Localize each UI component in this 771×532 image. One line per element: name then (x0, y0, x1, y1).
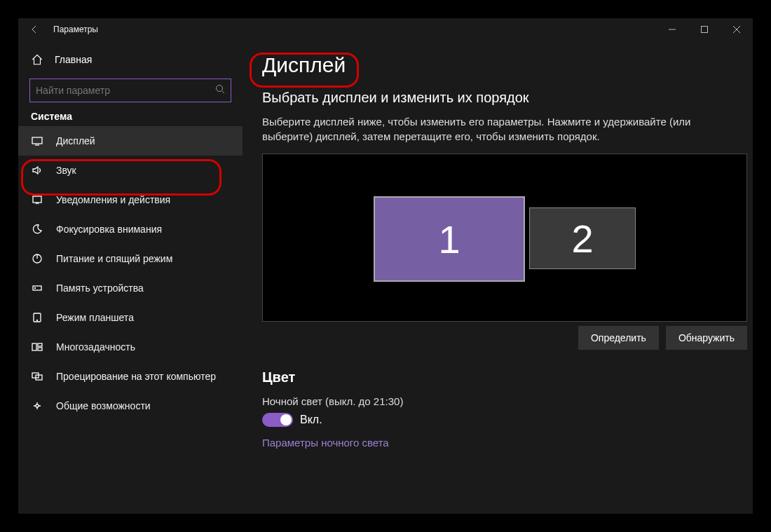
sidebar-item-label: Многозадачность (56, 341, 135, 353)
sidebar-item-label: Звук (56, 165, 76, 176)
svg-rect-11 (38, 348, 42, 350)
svg-rect-10 (38, 343, 42, 346)
close-button[interactable] (721, 18, 753, 41)
moon-icon (31, 223, 43, 236)
sidebar-item-notifications[interactable]: Уведомления и действия (18, 185, 243, 214)
toggle-knob (280, 414, 292, 425)
monitor-1[interactable]: 1 (374, 196, 525, 282)
svg-rect-0 (702, 27, 708, 33)
night-light-settings-link[interactable]: Параметры ночного света (262, 437, 389, 449)
monitor-2[interactable]: 2 (529, 207, 636, 269)
shared-icon (31, 400, 43, 412)
night-light-label: Ночной свет (выкл. до 21:30) (262, 395, 733, 407)
display-icon (31, 135, 43, 147)
detect-button[interactable]: Обнаружить (666, 326, 747, 350)
sidebar-item-label: Память устройства (56, 282, 144, 294)
window-controls (656, 18, 753, 41)
description-text: Выберите дисплей ниже, чтобы изменить ег… (262, 114, 733, 144)
sidebar-item-shared[interactable]: Общие возможности (18, 391, 243, 421)
monitor-buttons-row: Определить Обнаружить (262, 326, 747, 350)
back-button[interactable] (18, 18, 50, 41)
toggle-state-label: Вкл. (300, 414, 322, 426)
search-input[interactable] (36, 85, 215, 96)
svg-point-1 (217, 86, 223, 92)
sidebar-item-label: Питание и спящий режим (56, 253, 172, 264)
sidebar-item-storage[interactable]: Память устройства (18, 273, 243, 303)
sub-heading: Выбрать дисплеи и изменить их порядок (262, 90, 733, 106)
sidebar-item-label: Дисплей (56, 135, 95, 146)
search-box[interactable] (29, 79, 231, 102)
multitasking-icon (31, 341, 43, 353)
home-label: Главная (55, 54, 92, 65)
maximize-button[interactable] (688, 18, 721, 41)
sidebar-item-tablet[interactable]: Режим планшета (18, 303, 243, 332)
sidebar-item-label: Уведомления и действия (56, 194, 170, 205)
sidebar-item-label: Проецирование на этот компьютер (56, 371, 216, 382)
night-light-toggle-row: Вкл. (262, 413, 733, 427)
tablet-icon (31, 311, 43, 324)
sidebar-item-label: Общие возможности (56, 400, 151, 411)
sidebar-item-focus-assist[interactable]: Фокусировка внимания (18, 214, 243, 244)
svg-rect-5 (33, 286, 41, 290)
sound-icon (31, 164, 43, 177)
sidebar-item-label: Фокусировка внимания (56, 224, 162, 235)
monitor-arrangement-area[interactable]: 1 2 (262, 154, 747, 322)
sidebar-item-multitasking[interactable]: Многозадачность (18, 332, 243, 362)
sidebar-item-sound[interactable]: Звук (18, 156, 243, 185)
sidebar-home[interactable]: Главная (18, 46, 243, 73)
color-heading: Цвет (262, 369, 733, 386)
night-light-toggle[interactable] (262, 413, 293, 427)
home-icon (31, 53, 43, 66)
svg-point-6 (35, 288, 36, 289)
svg-point-8 (37, 320, 38, 321)
svg-rect-9 (32, 343, 36, 350)
title-bar: Параметры (18, 18, 753, 41)
main-pane: Дисплей Выбрать дисплеи и изменить их по… (243, 41, 753, 514)
svg-rect-2 (32, 137, 42, 144)
content-area: Главная Система Дисплей Звук (18, 41, 753, 514)
page-title: Дисплей (262, 53, 346, 77)
sidebar-group-label: Система (31, 111, 243, 122)
sidebar-item-label: Режим планшета (56, 312, 134, 323)
storage-icon (31, 282, 43, 294)
svg-rect-3 (33, 196, 41, 203)
sidebar-item-display[interactable]: Дисплей (18, 126, 243, 156)
app-title: Параметры (53, 25, 98, 34)
project-icon (31, 370, 43, 383)
minimize-button[interactable] (656, 18, 688, 41)
settings-window: Параметры Главная (18, 18, 753, 514)
notifications-icon (31, 193, 43, 206)
power-icon (31, 252, 43, 265)
svg-point-14 (36, 404, 39, 407)
search-icon (215, 84, 225, 97)
sidebar-item-projecting[interactable]: Проецирование на этот компьютер (18, 362, 243, 391)
sidebar: Главная Система Дисплей Звук (18, 41, 243, 514)
sidebar-item-power[interactable]: Питание и спящий режим (18, 244, 243, 273)
identify-button[interactable]: Определить (578, 326, 659, 350)
